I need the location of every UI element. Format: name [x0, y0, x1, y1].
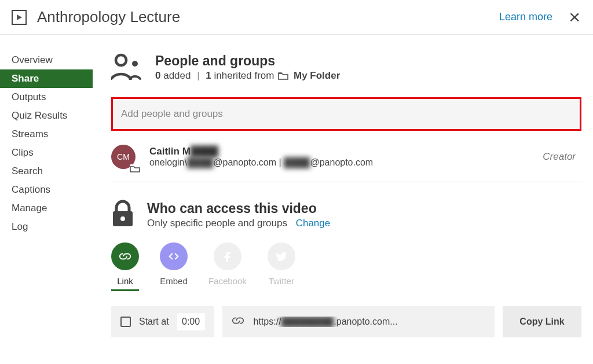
shared-user-info: Caitlin M████ onelogin\████@panopto.com …: [149, 146, 543, 168]
start-at-time-input[interactable]: [177, 313, 205, 330]
sidebar-item-streams[interactable]: Streams: [0, 125, 93, 144]
share-option-embed[interactable]: Embed: [160, 242, 188, 291]
shared-user-row: CM Caitlin M████ onelogin\████@panopto.c…: [111, 145, 581, 182]
share-option-link[interactable]: Link: [111, 242, 139, 291]
fb-icon: [214, 242, 241, 270]
sidebar: OverviewShareOutputsQuiz ResultsStreamsC…: [0, 35, 93, 337]
sidebar-item-search[interactable]: Search: [0, 162, 93, 181]
people-inherited-count: 1: [206, 70, 211, 81]
close-icon[interactable]: ×: [569, 7, 580, 27]
people-folder-name: My Folder: [294, 70, 340, 81]
svg-marker-0: [17, 14, 22, 20]
sidebar-item-quiz-results[interactable]: Quiz Results: [0, 106, 93, 125]
page-title: Anthropology Lecture: [37, 8, 499, 26]
folder-badge-icon: [130, 164, 140, 172]
share-option-label: Embed: [160, 276, 188, 286]
share-url-box[interactable]: https://████████.panopto.com...: [222, 306, 495, 337]
start-at-checkbox[interactable]: [120, 317, 131, 327]
share-panel: People and groups 0 added | 1 inherited …: [93, 35, 593, 337]
share-option-label: Twitter: [269, 276, 294, 286]
tw-icon: [268, 242, 295, 270]
share-url-text: https://████████.panopto.com...: [254, 317, 398, 327]
people-title: People and groups: [155, 53, 340, 69]
access-subtitle: Only specific people and groups Change: [147, 218, 330, 229]
shared-user-role: Creator: [543, 151, 581, 163]
embed-icon: [160, 242, 188, 270]
share-option-label: Link: [117, 276, 133, 286]
sidebar-item-clips[interactable]: Clips: [0, 144, 93, 162]
shared-user-name: Caitlin M████: [149, 146, 543, 157]
add-people-input-highlight: [111, 97, 581, 131]
folder-icon: [278, 71, 288, 79]
svg-point-2: [132, 61, 138, 67]
share-methods: LinkEmbedFacebookTwitter: [111, 242, 581, 291]
link-icon: [111, 242, 139, 270]
sidebar-item-overview[interactable]: Overview: [0, 51, 93, 69]
video-play-icon: [12, 10, 27, 25]
avatar: CM: [111, 145, 136, 169]
access-section-header: Who can access this video Only specific …: [111, 200, 581, 230]
share-option-label: Facebook: [208, 276, 247, 286]
add-people-input[interactable]: [113, 99, 580, 129]
sidebar-item-captions[interactable]: Captions: [0, 181, 93, 199]
learn-more-link[interactable]: Learn more: [499, 11, 552, 23]
people-icon: [111, 53, 142, 82]
svg-point-4: [120, 216, 125, 221]
modal-body: OverviewShareOutputsQuiz ResultsStreamsC…: [0, 35, 593, 337]
people-section-header: People and groups 0 added | 1 inherited …: [111, 53, 581, 82]
lock-icon: [111, 200, 134, 230]
modal-header: Anthropology Lecture Learn more ×: [0, 0, 593, 35]
link-icon: [232, 314, 244, 329]
start-at-label: Start at: [139, 317, 169, 327]
share-option-fb: Facebook: [208, 242, 247, 291]
sidebar-item-outputs[interactable]: Outputs: [0, 88, 93, 106]
people-added-suffix: added: [160, 70, 191, 81]
sidebar-item-share[interactable]: Share: [0, 69, 93, 88]
people-subtitle: 0 added | 1 inherited from My Folder: [155, 70, 340, 82]
people-inherited-suffix: inherited from: [211, 70, 274, 81]
sidebar-item-log[interactable]: Log: [0, 218, 93, 236]
svg-point-1: [116, 55, 126, 65]
sidebar-item-manage[interactable]: Manage: [0, 199, 93, 218]
change-access-link[interactable]: Change: [296, 218, 331, 229]
copy-link-button[interactable]: Copy Link: [503, 306, 581, 337]
link-bar: Start at https://████████.panopto.com...…: [111, 306, 581, 337]
access-title: Who can access this video: [147, 201, 330, 216]
share-option-tw: Twitter: [268, 242, 295, 291]
start-at-box: Start at: [111, 306, 214, 337]
shared-user-detail: onelogin\████@panopto.com | ████@panopto…: [149, 157, 543, 168]
